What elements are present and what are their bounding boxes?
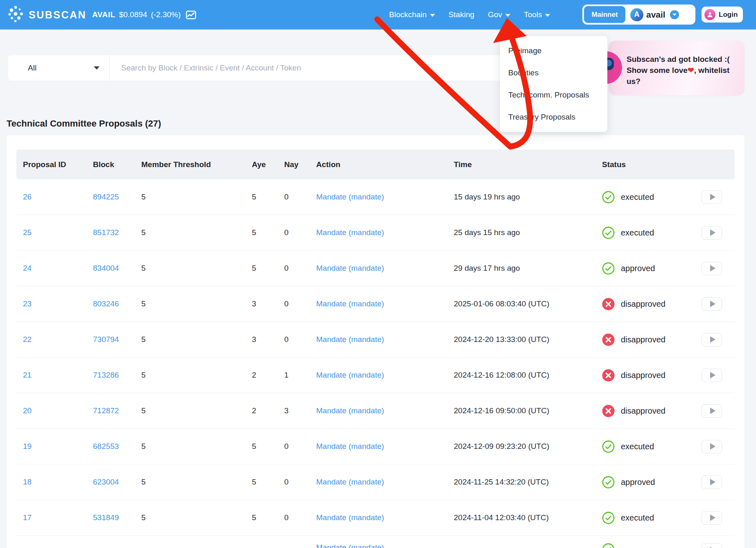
status-badge: disapproved: [602, 405, 702, 417]
action-link[interactable]: Mandate (mandate): [316, 513, 454, 522]
token-price-value: $0.0894: [119, 10, 147, 19]
expand-row-button[interactable]: [702, 369, 722, 382]
mainnet-button[interactable]: Mainnet: [584, 6, 625, 23]
block-link[interactable]: 682553: [93, 442, 141, 451]
time-value: 2024-11-04 12:03:40 (UTC): [454, 513, 602, 522]
status-badge: approved: [602, 476, 702, 489]
expand-row-button[interactable]: [702, 297, 722, 311]
login-label: Login: [719, 11, 738, 19]
nay-count: 0: [284, 192, 316, 202]
login-button[interactable]: Login: [702, 7, 743, 23]
block-link[interactable]: 803246: [93, 299, 141, 308]
status-label: disapproved: [621, 371, 665, 380]
table-row: 23803246530Mandate (mandate)2025-01-06 0…: [16, 286, 735, 322]
time-value: 2025-01-06 08:03:40 (UTC): [454, 299, 602, 308]
status-badge: executed: [602, 226, 702, 239]
time-value: 25 days 15 hrs ago: [454, 228, 602, 237]
chevron-down-icon: [505, 14, 510, 17]
nay-count: 0: [284, 513, 316, 522]
expand-row-button[interactable]: [702, 476, 722, 489]
action-link[interactable]: Mandate (mandate): [316, 228, 454, 237]
action-link[interactable]: Mandate (mandate): [316, 543, 454, 548]
nav-tools[interactable]: Tools: [524, 10, 550, 19]
subscan-brand[interactable]: SUBSCAN: [8, 0, 86, 29]
menu-item-tech-comm-proposals[interactable]: Tech. comm. Proposals: [500, 84, 607, 106]
proposal-id-link[interactable]: 26: [23, 192, 93, 202]
block-link[interactable]: 894225: [93, 192, 141, 202]
nay-count: 0: [284, 228, 316, 237]
ad-banner-text: Subscan's ad got blocked :( Show some lo…: [627, 54, 745, 87]
block-link[interactable]: 834004: [93, 264, 141, 273]
column-header: Block: [93, 160, 141, 169]
proposal-id-link[interactable]: 24: [23, 264, 93, 273]
table-row: 22730794530Mandate (mandate)2024-12-20 1…: [16, 322, 735, 358]
expand-row-button[interactable]: [702, 333, 722, 346]
table-row: 20712872523Mandate (mandate)2024-12-16 0…: [16, 393, 735, 429]
nav-staking[interactable]: Staking: [448, 10, 474, 19]
proposal-id-link[interactable]: 21: [23, 371, 93, 380]
time-value: 15 days 19 hrs ago: [454, 192, 602, 202]
column-header: Status: [602, 160, 702, 169]
network-selector[interactable]: Mainnet A avail: [582, 5, 695, 25]
proposals-table: Proposal IDBlockMember ThresholdAyeNayAc…: [7, 135, 745, 548]
action-link[interactable]: Mandate (mandate): [316, 478, 454, 487]
action-link[interactable]: Mandate (mandate): [316, 299, 454, 308]
expand-row-button[interactable]: [702, 543, 722, 548]
proposal-id-link[interactable]: 18: [23, 478, 93, 487]
member-threshold: 5: [141, 406, 252, 415]
proposal-id-link[interactable]: 23: [23, 299, 93, 308]
block-link[interactable]: 851732: [93, 228, 141, 237]
nav-gov[interactable]: Gov: [488, 10, 510, 19]
action-link[interactable]: Mandate (mandate): [316, 264, 454, 273]
play-right-icon: [710, 372, 715, 378]
main-nav: Blockchain Staking Gov Tools: [389, 0, 550, 29]
aye-count: 5: [252, 192, 284, 202]
column-header: Action: [316, 160, 454, 169]
block-link[interactable]: 623004: [93, 478, 141, 487]
block-link[interactable]: 713286: [93, 371, 141, 380]
table-row: 17531849550Mandate (mandate)2024-11-04 1…: [16, 500, 735, 536]
expand-row-button[interactable]: [702, 404, 722, 418]
action-link[interactable]: Mandate (mandate): [316, 406, 454, 415]
time-value: 29 days 17 hrs ago: [454, 264, 602, 273]
menu-item-bounties[interactable]: Bounties: [500, 62, 607, 84]
action-link[interactable]: Mandate (mandate): [316, 192, 454, 202]
check-circle-icon: [602, 476, 615, 489]
nay-count: 3: [284, 406, 316, 415]
status-label: executed: [621, 513, 654, 523]
proposal-id-link[interactable]: 17: [23, 513, 93, 522]
play-right-icon: [710, 194, 715, 200]
status-badge: disapproved: [602, 333, 702, 346]
menu-item-treasury-proposals[interactable]: Treasury Proposals: [500, 106, 607, 128]
proposal-id-link[interactable]: 20: [23, 406, 93, 415]
status-badge: executed: [602, 191, 702, 204]
expand-row-button[interactable]: [702, 190, 722, 204]
network-chevron-down-icon[interactable]: [670, 10, 679, 19]
block-link[interactable]: 712872: [93, 406, 141, 415]
column-header: Proposal ID: [23, 160, 93, 169]
action-link[interactable]: Mandate (mandate): [316, 335, 454, 344]
price-chart-icon[interactable]: [186, 11, 196, 19]
time-value: 2024-12-16 09:50:00 (UTC): [454, 406, 602, 415]
block-link[interactable]: 531849: [93, 513, 141, 522]
nav-gov-label: Gov: [488, 10, 502, 19]
status-label: disapproved: [621, 299, 665, 309]
action-link[interactable]: Mandate (mandate): [316, 371, 454, 380]
nav-blockchain[interactable]: Blockchain: [389, 10, 435, 19]
menu-item-preimage[interactable]: Preimage: [500, 40, 607, 62]
expand-row-button[interactable]: [702, 262, 722, 275]
block-link[interactable]: 730794: [93, 335, 141, 344]
proposal-id-link[interactable]: 19: [23, 442, 93, 451]
search-filter-select[interactable]: All: [8, 55, 109, 81]
expand-row-button[interactable]: [702, 511, 722, 525]
action-link[interactable]: Mandate (mandate): [316, 442, 454, 451]
proposal-id-link[interactable]: 25: [23, 228, 93, 237]
time-value: 2024-11-25 14:32:20 (UTC): [454, 478, 602, 487]
brand-wordmark: SUBSCAN: [29, 9, 86, 21]
table-row: 19682553550Mandate (mandate)2024-12-09 0…: [16, 429, 735, 464]
expand-row-button[interactable]: [702, 440, 722, 453]
table-row: 26894225550Mandate (mandate)15 days 19 h…: [16, 179, 735, 215]
page-title: Technical Committee Proposals (27): [7, 118, 161, 129]
proposal-id-link[interactable]: 22: [23, 335, 93, 344]
expand-row-button[interactable]: [702, 226, 722, 240]
